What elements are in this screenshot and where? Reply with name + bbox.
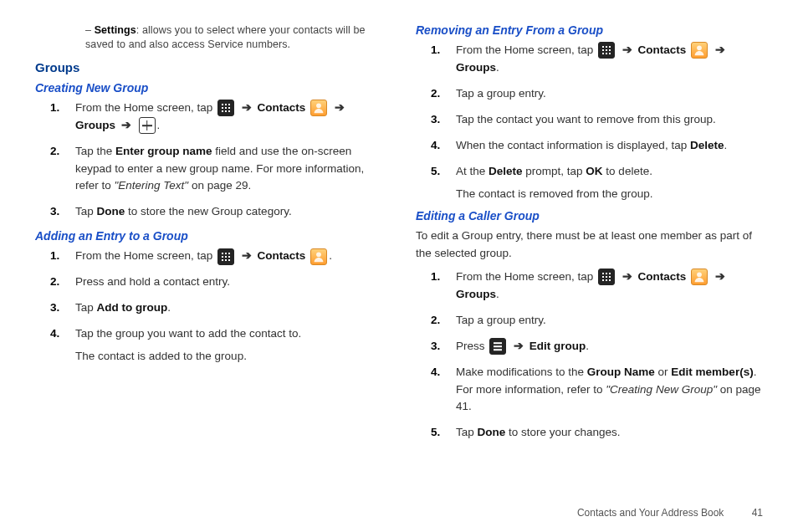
heading-groups: Groups xyxy=(35,60,382,74)
adding-steps: From the Home screen, tap ➔ Contacts . P… xyxy=(35,248,382,343)
editing-step-5: Tap Done to store your changes. xyxy=(416,424,763,442)
contacts-icon xyxy=(691,269,708,285)
arrow-icon: ➔ xyxy=(713,43,728,56)
svg-point-1 xyxy=(316,252,321,257)
editing-step-3: Press ➔ Edit group. xyxy=(416,338,763,356)
plus-icon xyxy=(139,117,156,134)
adding-step-3: Tap Add to group. xyxy=(35,299,382,317)
editing-step-4: Make modifications to the Group Name or … xyxy=(416,364,763,417)
arrow-icon: ➔ xyxy=(511,340,526,352)
removing-step-5: At the Delete prompt, tap OK to delete. xyxy=(416,163,763,181)
apps-icon xyxy=(217,100,234,116)
heading-adding-entry: Adding an Entry to a Group xyxy=(35,229,382,243)
settings-lead: Settings xyxy=(95,24,136,36)
editing-steps: From the Home screen, tap ➔ Contacts ➔ G… xyxy=(416,269,763,442)
arrow-icon: ➔ xyxy=(620,270,635,283)
page-footer: Contacts and Your Address Book 41 xyxy=(0,507,798,530)
contacts-icon xyxy=(310,248,327,265)
removing-result: The contact is removed from the group. xyxy=(416,186,763,203)
apps-icon xyxy=(598,42,615,59)
arrow-icon: ➔ xyxy=(239,101,254,114)
editing-step-2: Tap a group entry. xyxy=(416,312,763,330)
heading-creating-group: Creating New Group xyxy=(35,81,382,95)
svg-point-3 xyxy=(697,273,702,278)
creating-step-1: From the Home screen, tap ➔ Contacts ➔ G… xyxy=(35,100,382,135)
svg-point-0 xyxy=(316,104,321,109)
heading-removing-entry: Removing an Entry From a Group xyxy=(416,23,763,37)
contacts-icon xyxy=(310,100,327,116)
adding-result: The contact is added to the group. xyxy=(35,348,382,366)
creating-step-2: Tap the Enter group name field and use t… xyxy=(35,143,382,196)
settings-note: – Settings: allows you to select where y… xyxy=(85,23,382,52)
page-number: 41 xyxy=(738,507,763,519)
arrow-icon: ➔ xyxy=(239,249,254,262)
removing-steps: From the Home screen, tap ➔ Contacts ➔ G… xyxy=(416,42,763,181)
svg-point-2 xyxy=(697,46,702,51)
removing-step-1: From the Home screen, tap ➔ Contacts ➔ G… xyxy=(416,42,763,77)
removing-step-3: Tap the contact you want to remove from … xyxy=(416,111,763,129)
menu-icon xyxy=(489,338,506,355)
apps-icon xyxy=(217,248,234,265)
arrow-icon: ➔ xyxy=(119,119,134,131)
adding-step-2: Press and hold a contact entry. xyxy=(35,274,382,291)
adding-step-4: Tap the group you want to add the contac… xyxy=(35,325,382,343)
editing-step-1: From the Home screen, tap ➔ Contacts ➔ G… xyxy=(416,269,763,304)
arrow-icon: ➔ xyxy=(332,101,347,114)
editing-intro: To edit a Group entry, there must be at … xyxy=(416,228,763,262)
heading-editing-group: Editing a Caller Group xyxy=(416,209,763,223)
arrow-icon: ➔ xyxy=(713,270,728,283)
creating-steps: From the Home screen, tap ➔ Contacts ➔ G… xyxy=(35,100,382,222)
arrow-icon: ➔ xyxy=(620,43,635,56)
removing-step-4: When the contact information is displaye… xyxy=(416,137,763,155)
apps-icon xyxy=(598,269,615,285)
contacts-icon xyxy=(691,42,708,59)
adding-step-1: From the Home screen, tap ➔ Contacts . xyxy=(35,248,382,265)
right-column: Removing an Entry From a Group From the … xyxy=(416,23,763,490)
footer-title: Contacts and Your Address Book xyxy=(577,507,724,519)
left-column: – Settings: allows you to select where y… xyxy=(35,23,382,490)
creating-step-3: Tap Done to store the new Group category… xyxy=(35,203,382,221)
document-page: – Settings: allows you to select where y… xyxy=(0,0,798,507)
removing-step-2: Tap a group entry. xyxy=(416,85,763,103)
